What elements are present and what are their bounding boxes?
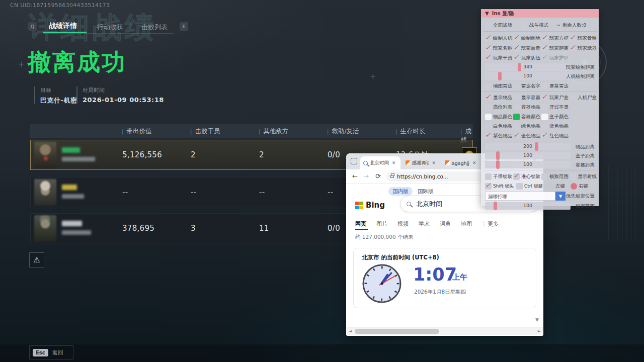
overlay-divider — [483, 170, 597, 170]
color-swatch-icon[interactable] — [485, 114, 492, 120]
close-tab-icon[interactable]: ✕ — [472, 160, 476, 165]
overlay-checkbox[interactable]: Ctrl 锁腿 — [516, 182, 543, 190]
tab-battle-details[interactable]: 战绩详情 — [49, 22, 77, 31]
overlay-checkbox[interactable]: 容器物品 — [513, 103, 540, 111]
result-title: 撤离成功 — [28, 47, 126, 78]
priority-dropdown[interactable]: 漏哪打哪 — [485, 192, 555, 201]
overlay-header[interactable]: ▼ Ins 显/隐 — [481, 9, 599, 18]
slider-handle[interactable] — [496, 160, 500, 169]
browser-tab-3[interactable]: agaghjj ✕ — [442, 156, 480, 169]
results-count: 约 127,000,000 个结果 — [355, 234, 413, 241]
overlay-color-picker[interactable]: 盒子颜色 — [541, 113, 569, 121]
overlay-checkbox[interactable]: 白色物品 — [485, 122, 512, 130]
horizontal-scrollbar[interactable]: ◄ ► — [347, 327, 543, 335]
overlay-checkbox[interactable]: 显示射线 — [570, 172, 597, 180]
serp-tab-more[interactable]: ⋮更多 — [481, 220, 499, 228]
overlay-checkbox[interactable]: 显示容器 — [513, 94, 540, 102]
tab-operation-gains[interactable]: 行动收获 — [97, 23, 123, 32]
goal-label: 目标 — [40, 86, 77, 94]
slider-handle[interactable] — [535, 142, 538, 151]
overlay-checkbox[interactable]: 战斗模式 — [521, 21, 548, 29]
slider-track[interactable]: 349 — [485, 63, 571, 71]
scroll-left-arrow-icon[interactable]: ◄ — [349, 329, 352, 333]
overlay-checkbox[interactable]: 准心锁敌 — [513, 172, 540, 180]
overlay-checkbox[interactable]: 红色物品 — [541, 132, 569, 140]
overlay-checkbox[interactable]: 金色物品 — [513, 132, 540, 140]
close-tab-icon[interactable]: ✕ — [432, 160, 436, 165]
overlay-checkbox[interactable]: 人机尸盒 — [570, 94, 597, 102]
browser-tab-2[interactable]: 感谢再访 ✕ — [403, 156, 439, 169]
bing-logo-icon[interactable] — [355, 202, 363, 209]
serp-tab-dictionary[interactable]: 词典 — [440, 220, 451, 228]
scroll-right-arrow-icon[interactable]: ► — [538, 329, 541, 333]
overlay-checkbox[interactable]: 玩家名称 — [485, 44, 512, 52]
overlay-checkbox[interactable]: 高价列表 — [485, 103, 512, 111]
slider-track[interactable]: 100 — [485, 161, 571, 168]
slider-track[interactable]: 100 — [485, 72, 571, 80]
dropdown-arrow-icon[interactable]: ▼ — [555, 192, 566, 201]
forward-icon[interactable]: → — [363, 172, 369, 180]
slider-handle[interactable] — [518, 63, 521, 71]
slider-track[interactable]: 100 — [485, 152, 571, 159]
overlay-checkbox[interactable]: 蓝色物品 — [541, 122, 569, 130]
scrollbar-thumb[interactable] — [355, 329, 439, 334]
slider-label: 人机绘制距离 — [566, 73, 595, 80]
overlay-checkbox[interactable]: 玩家距离 — [541, 44, 569, 52]
slider-handle[interactable] — [494, 202, 497, 210]
overlay-checkbox[interactable]: 玩家干员 — [485, 54, 512, 62]
overlay-checkbox[interactable]: 玩家武器 — [570, 44, 597, 52]
overlay-checkbox[interactable]: 开过不显 — [541, 103, 569, 111]
tab-kill-list[interactable]: 击败列表 — [141, 23, 168, 32]
back-icon[interactable]: ← — [352, 172, 358, 180]
overlay-checkbox[interactable]: 玩家队伍 — [513, 54, 540, 62]
bing-logo-text[interactable]: Bing — [366, 201, 385, 210]
overlay-checkbox[interactable]: 玩家血量 — [513, 44, 540, 52]
overlay-color-picker[interactable]: 物品颜色 — [485, 113, 512, 121]
close-tab-icon[interactable]: ✕ — [392, 160, 396, 165]
serp-tab-academic[interactable]: 学术 — [419, 220, 430, 228]
slider-track[interactable]: 100 — [485, 202, 571, 210]
overlay-checkbox[interactable]: 子弹锁敌 — [485, 172, 512, 180]
overlay-color-picker[interactable]: 容器颜色 — [513, 113, 540, 121]
overlay-checkbox[interactable]: 绘制人机 — [485, 34, 512, 42]
overlay-checkbox[interactable]: 玩家方框 — [541, 34, 569, 42]
overlay-checkbox[interactable]: 锁敌范围 — [541, 172, 569, 180]
serp-tab-images[interactable]: 图片 — [376, 220, 387, 228]
scroll-down-arrow-icon[interactable]: ▼ — [535, 317, 539, 322]
overlay-checkbox[interactable]: 显示物品 — [485, 94, 512, 102]
overlay-checkbox[interactable]: 地图雷达 — [485, 82, 512, 90]
overlay-checkbox[interactable]: 屏幕雷达 — [541, 82, 569, 90]
color-swatch-icon[interactable] — [541, 114, 548, 120]
overlay-checkbox[interactable]: 玩家护甲 — [541, 54, 569, 62]
browser-tab-beijing-time[interactable]: 北京时间 ✕ — [360, 156, 400, 169]
overlay-checkbox[interactable]: 绿色物品 — [513, 122, 540, 130]
overlay-slider-row: 200 物品距离 — [485, 143, 595, 151]
overlay-radio[interactable]: 左键 — [547, 182, 565, 190]
warning-button[interactable]: ⚠ — [29, 252, 44, 267]
overlay-checkbox[interactable]: 玩家骨骼 — [570, 34, 597, 42]
serp-tab-web[interactable]: 网页 — [355, 220, 366, 228]
color-swatch-icon[interactable] — [513, 114, 520, 120]
slider-track[interactable]: 200 — [485, 143, 571, 150]
checkbox-icon — [541, 45, 548, 52]
overlay-checkbox[interactable]: 雷达名字 — [513, 82, 540, 90]
overlay-checkbox[interactable]: Shift 锁头 — [485, 182, 514, 190]
version-domestic-pill[interactable]: 国内版 — [388, 187, 413, 196]
refresh-icon[interactable]: ⟳ — [375, 172, 381, 180]
overlay-checkbox[interactable]: 全面战场 — [485, 21, 512, 29]
overlay-checkbox[interactable]: 玩家尸盒 — [541, 94, 569, 102]
results-table-header: 带出价值 击败干员 其他敌方 救助/复活 生存时长 成就 — [30, 124, 473, 138]
slider-handle[interactable] — [496, 151, 500, 160]
collapse-triangle-icon[interactable]: ▼ — [485, 11, 489, 16]
tab-layout-icon[interactable] — [351, 158, 357, 164]
checkbox-label: 玩家干员 — [493, 55, 512, 61]
serp-tab-videos[interactable]: 视频 — [397, 220, 409, 228]
overlay-radio[interactable]: 右键 — [571, 182, 588, 190]
overlay-checkbox[interactable]: 绘制倒地 — [513, 34, 540, 42]
overlay-checkbox[interactable]: 紫色物品 — [485, 132, 512, 140]
overlay-slider-row: 349 玩家绘制距离 — [485, 63, 595, 71]
version-international-link[interactable]: 国际版 — [418, 188, 434, 195]
back-button[interactable]: Esc 返回 — [29, 345, 73, 359]
slider-handle[interactable] — [498, 72, 502, 80]
serp-tab-maps[interactable]: 地图 — [461, 220, 472, 228]
